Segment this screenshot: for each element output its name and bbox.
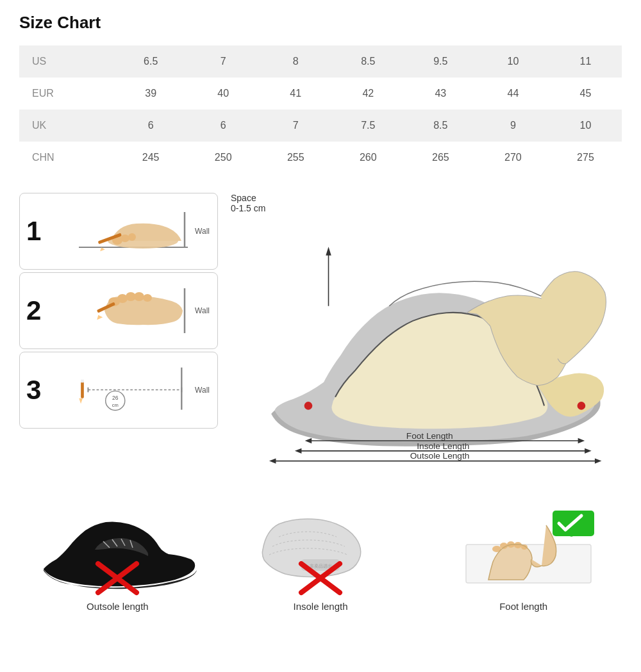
- shoe-diagram-svg: Foot Length Insole Length Outsole Length: [231, 218, 622, 481]
- svg-marker-29: [326, 247, 331, 256]
- svg-marker-39: [269, 458, 276, 463]
- svg-marker-40: [595, 458, 602, 463]
- size-chart-table: US6.5788.59.51011EUR39404142434445UK6677…: [19, 45, 622, 174]
- size-cell: 255: [260, 142, 332, 174]
- svg-point-12: [134, 292, 144, 301]
- svg-point-13: [143, 294, 152, 302]
- bottom-item-outsole: Outsole length: [19, 503, 216, 612]
- svg-text:Insole Length: Insole Length: [417, 441, 469, 451]
- svg-marker-35: [295, 448, 302, 454]
- size-row-label: EUR: [19, 78, 115, 110]
- size-cell: 7: [260, 110, 332, 142]
- step-3-number: 3: [26, 375, 49, 406]
- size-cell: 7: [187, 45, 260, 78]
- svg-point-5: [128, 233, 136, 241]
- shoe-diagram: Space 0-1.5 cm: [231, 193, 622, 484]
- svg-marker-36: [585, 448, 592, 454]
- step-3-illustration: 26 cm: [55, 361, 211, 419]
- svg-text:Outsole Length: Outsole Length: [410, 451, 470, 461]
- size-cell: 10: [549, 110, 622, 142]
- svg-marker-15: [95, 314, 103, 320]
- step-1-box: 1: [19, 193, 218, 270]
- size-cell: 245: [115, 142, 187, 174]
- size-cell: 42: [332, 78, 404, 110]
- size-cell: 10: [477, 45, 549, 78]
- svg-marker-32: [578, 438, 585, 443]
- foot-label: Foot length: [499, 601, 547, 612]
- svg-text:26: 26: [112, 395, 119, 401]
- step-3-box: 3 26 cm: [19, 352, 218, 429]
- size-cell: 250: [187, 142, 260, 174]
- outsole-label: Outsole length: [87, 601, 149, 612]
- bottom-section: Outsole length 非卖品进出 Insole length: [19, 503, 622, 612]
- size-cell: 8.5: [404, 110, 477, 142]
- step-2-wall: Wall: [195, 306, 210, 315]
- bottom-item-foot: Foot length: [425, 503, 622, 612]
- size-cell: 8.5: [332, 45, 404, 78]
- svg-point-27: [578, 402, 586, 410]
- size-cell: 275: [549, 142, 622, 174]
- size-cell: 260: [332, 142, 404, 174]
- size-cell: 9: [477, 110, 549, 142]
- space-label: Space 0-1.5 cm: [231, 193, 265, 213]
- size-cell: 43: [404, 78, 477, 110]
- insole-label: Insole length: [293, 601, 347, 612]
- size-cell: 6.5: [115, 45, 187, 78]
- svg-marker-31: [305, 438, 312, 443]
- step-1-illustration: [55, 202, 211, 260]
- page-title: Size Chart: [19, 13, 622, 33]
- measurement-section: 1: [19, 193, 622, 484]
- size-cell: 7.5: [332, 110, 404, 142]
- steps-container: 1: [19, 193, 218, 429]
- bottom-item-insole: 非卖品进出 Insole length: [222, 503, 419, 612]
- size-cell: 45: [549, 78, 622, 110]
- svg-marker-24: [79, 398, 83, 404]
- size-cell: 40: [187, 78, 260, 110]
- size-cell: 6: [115, 110, 187, 142]
- step-2-number: 2: [26, 295, 49, 326]
- step-2-box: 2 Wall: [19, 272, 218, 349]
- step-3-wall: Wall: [195, 386, 210, 395]
- size-cell: 6: [187, 110, 260, 142]
- svg-rect-25: [81, 380, 84, 383]
- step-1-number: 1: [26, 216, 49, 247]
- svg-rect-23: [81, 381, 84, 398]
- size-cell: 9.5: [404, 45, 477, 78]
- size-cell: 11: [549, 45, 622, 78]
- size-row-label: UK: [19, 110, 115, 142]
- size-row-label: US: [19, 45, 115, 78]
- svg-text:Foot Length: Foot Length: [406, 431, 453, 441]
- size-cell: 41: [260, 78, 332, 110]
- size-cell: 44: [477, 78, 549, 110]
- svg-text:cm: cm: [112, 402, 118, 408]
- size-cell: 265: [404, 142, 477, 174]
- svg-point-26: [304, 402, 313, 410]
- size-cell: 8: [260, 45, 332, 78]
- svg-point-4: [121, 234, 129, 242]
- size-cell: 39: [115, 78, 187, 110]
- step-2-illustration: [55, 282, 211, 340]
- step-1-wall: Wall: [195, 227, 210, 236]
- size-row-label: CHN: [19, 142, 115, 174]
- size-cell: 270: [477, 142, 549, 174]
